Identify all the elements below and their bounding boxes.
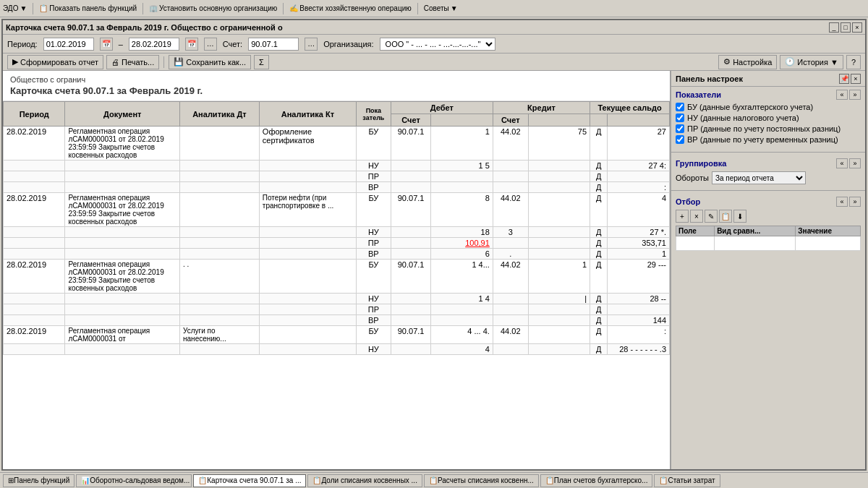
table-area: Общество с огранич Карточка счета 90.07.…: [3, 71, 670, 469]
history-button[interactable]: 🕐 История ▼: [780, 55, 843, 69]
cell-kt-acc: .: [493, 249, 528, 260]
minimize-button[interactable]: _: [829, 22, 839, 33]
turnovers-select[interactable]: За период отчета По дням По месяцам: [712, 171, 806, 184]
grouping-prev[interactable]: «: [836, 158, 848, 168]
filter-down-button[interactable]: ⬇: [733, 210, 746, 223]
filter-prev[interactable]: «: [836, 197, 848, 207]
close-button[interactable]: ×: [852, 22, 862, 33]
filter-edit-button[interactable]: ✎: [705, 210, 718, 223]
doc-title: Карточка счета 90.07.1 за Февраль 2019 г…: [6, 23, 283, 32]
date-select-btn[interactable]: …: [204, 38, 217, 51]
print-button[interactable]: 🖨 Печать...: [106, 55, 159, 69]
grouping-section: Группировка « » Обороты За период отчета: [671, 155, 865, 187]
indicators-next[interactable]: »: [849, 90, 861, 100]
date-to-input[interactable]: [129, 38, 179, 51]
data-table: Период Документ Аналитика Дт Аналитика К…: [3, 101, 670, 355]
doc-window: Карточка счета 90.07.1 за Февраль 2019 г…: [1, 19, 867, 471]
cell-date: 28.02.2019: [4, 326, 65, 344]
checkbox-nu-input[interactable]: [676, 114, 684, 122]
set-org-button[interactable]: 🏢 Установить основную организацию: [149, 4, 277, 12]
table-row: ПР Д: [4, 304, 670, 315]
taskbar-panel-functions[interactable]: ⊞ Панель функций: [3, 474, 75, 487]
content-area: Общество с огранич Карточка счета 90.07.…: [3, 71, 865, 469]
cell-ind: НУ: [357, 344, 391, 355]
account-input[interactable]: [248, 38, 299, 51]
cell-dt-acc: [391, 160, 431, 171]
indicators-prev[interactable]: «: [836, 90, 848, 100]
org-select[interactable]: ООО " - ... - ... - ...-...-...-...": [380, 38, 495, 51]
edo-arrow: ▼: [20, 4, 27, 12]
tips-arrow: ▼: [451, 4, 458, 12]
cell-dt-acc: [391, 171, 431, 182]
cell-kt-val: 1: [528, 260, 590, 294]
table-row: НУ 4 Д 28 - - - - - - .3: [4, 344, 670, 355]
left-actions: ▶ Сформировать отчет 🖨 Печать... 💾 Сохра…: [7, 55, 269, 69]
checkbox-vr-input[interactable]: [676, 135, 684, 144]
cell-bal-dir: Д: [590, 315, 608, 326]
op-icon: ✍: [289, 4, 298, 12]
table-row: 28.02.2019 Регламентная операция лСАМ000…: [4, 193, 670, 227]
form-report-button[interactable]: ▶ Сформировать отчет: [7, 55, 103, 69]
filter-next[interactable]: »: [849, 197, 861, 207]
top-toolbar: ЭДО ▼ 📋 Показать панель функций 🏢 Устано…: [0, 0, 868, 17]
divider2: [671, 190, 865, 191]
col-credit-group: Кредит: [493, 102, 590, 114]
cell-doc: Регламентная операция лСАМ0000031 от: [65, 326, 180, 344]
cell-bal-dir: Д: [590, 171, 608, 182]
cell-bal-val: :: [608, 326, 670, 344]
grouping-header: Группировка « »: [676, 158, 861, 168]
cell-bal-val: 27 4:: [608, 160, 670, 171]
filter-remove-button[interactable]: ×: [690, 210, 703, 223]
sidebar-pin-button[interactable]: 📌: [839, 74, 849, 84]
filter-add-button[interactable]: +: [676, 210, 689, 223]
cell-bal-dir: Д: [590, 182, 608, 193]
grouping-next[interactable]: »: [849, 158, 861, 168]
enter-operation-button[interactable]: ✍ Ввести хозяйственную операцию: [289, 4, 411, 12]
taskbar-plan-schetov[interactable]: 📋 План счетов бухгалтерско...: [540, 474, 653, 487]
help-button[interactable]: ?: [846, 55, 861, 69]
date-from-calendar[interactable]: 📅: [100, 38, 113, 51]
taskbar-icon4: 📋: [312, 476, 321, 484]
checkbox-bu-input[interactable]: [676, 103, 684, 111]
filter-nav: « »: [836, 197, 861, 207]
settings-icon: ⚙: [723, 57, 731, 67]
cell-dt-acc: [391, 249, 431, 260]
date-to-calendar[interactable]: 📅: [185, 38, 198, 51]
cell-kt-val: [528, 171, 590, 182]
maximize-button[interactable]: □: [841, 22, 851, 33]
taskbar-stati-zatrat[interactable]: 📋 Статьи затрат: [654, 474, 720, 487]
taskbar-oborotno[interactable]: 📊 Оборотно-сальдовая ведом...: [76, 474, 192, 487]
org-label: Организация:: [323, 40, 373, 48]
save-button[interactable]: 💾 Сохранить как...: [169, 55, 251, 69]
table-row: НУ 1 4 | Д 28 --: [4, 294, 670, 304]
taskbar-kartochka[interactable]: 📋 Карточка счета 90.07.1 за ...: [193, 474, 306, 487]
cell-kt-acc: 3: [493, 227, 528, 238]
right-actions: ⚙ Настройка 🕐 История ▼ ?: [718, 55, 861, 69]
cell-dt-val: 4: [431, 344, 493, 355]
cell-ind: ВР: [357, 182, 391, 193]
taskbar-doli[interactable]: 📋 Доли списания косвенных ...: [307, 474, 422, 487]
taskbar-icon: ⊞: [8, 476, 14, 484]
cell-bal-dir: Д: [590, 326, 608, 344]
cell-ind: НУ: [357, 227, 391, 238]
sigma-button[interactable]: Σ: [254, 55, 269, 69]
tips-button[interactable]: Советы ▼: [424, 4, 458, 12]
turnovers-row: Обороты За период отчета По дням По меся…: [676, 171, 861, 184]
cell-adt: . .: [180, 260, 260, 294]
printer-icon: 🖨: [111, 58, 119, 67]
taskbar-raschety[interactable]: 📋 Расчеты списания косвенн...: [424, 474, 539, 487]
col-debit-sum: [431, 114, 493, 127]
sidebar-close-button[interactable]: ×: [851, 74, 861, 84]
sep4: [417, 3, 418, 14]
date-from-input[interactable]: [43, 38, 94, 51]
cell-dt-acc: 90.07.1: [391, 127, 431, 160]
checkbox-pr-input[interactable]: [676, 124, 684, 133]
filter-copy-button[interactable]: 📋: [719, 210, 732, 223]
edo-button[interactable]: ЭДО ▼: [3, 4, 27, 12]
date-range-sep: –: [119, 40, 123, 48]
show-panel-button[interactable]: 📋 Показать панель функций: [39, 4, 137, 12]
settings-button[interactable]: ⚙ Настройка: [718, 55, 777, 69]
cell-date: 28.02.2019: [4, 260, 65, 294]
account-select-btn[interactable]: …: [305, 38, 318, 51]
checkbox-nu: НУ (данные налогового учета): [676, 114, 861, 122]
